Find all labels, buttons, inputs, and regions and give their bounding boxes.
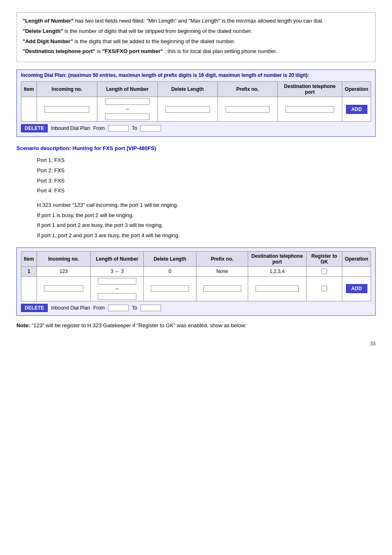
destination-input-2[interactable] [256, 285, 299, 292]
table-row: ～ ADD [21, 97, 371, 122]
from-label-2: From [93, 305, 105, 311]
dialplan1-table: Item Incoming no. Length of Number Delet… [21, 81, 371, 122]
incoming-add[interactable] [37, 276, 90, 301]
desc4: If port 1, port 2 and port 3 are busy, t… [37, 231, 376, 241]
dialplan1-header: Incoming Dial Plan: (maximun 50 entries,… [21, 72, 371, 78]
operation-add: ADD [342, 276, 371, 301]
col-item: Item [21, 82, 37, 97]
desc1: H.323 number "123" call incoming, the po… [37, 200, 376, 210]
col-destination: Destination telephone port [277, 82, 342, 97]
length-add: ～ [91, 276, 144, 301]
to-input-2[interactable] [141, 305, 161, 311]
dialplan1-box: Incoming Dial Plan: (maximun 50 entries,… [16, 69, 376, 137]
incoming-val-1: 123 [37, 266, 90, 276]
desc2: If port 1 is busy, the port 2 will be ri… [37, 210, 376, 221]
incoming-input-2[interactable] [44, 285, 83, 292]
to-label-2: To [132, 305, 137, 311]
tilde-length: ～ [99, 98, 155, 120]
col2-incoming: Incoming no. [37, 251, 90, 266]
dialplan1-footer: DELETE Inbound Dial Plan From To [21, 124, 371, 132]
port2: Port 2: FXS [37, 166, 376, 176]
port4: Port 4: FXS [37, 186, 376, 196]
prefix-add[interactable] [196, 276, 248, 301]
col-incoming: Incoming no. [37, 82, 97, 97]
from-input-2[interactable] [108, 305, 129, 311]
operation-cell: ADD [342, 97, 371, 122]
tilde-length-2: ～ [93, 278, 141, 300]
to-label: To [132, 125, 137, 131]
max-length-input[interactable] [105, 113, 150, 120]
info-p3: "Add Digit Number" is the digits that wi… [23, 37, 369, 46]
operation-val-1 [342, 266, 371, 276]
scenario-title: Scenario description: Hunting for FXS po… [16, 145, 376, 151]
destination-cell[interactable] [277, 97, 342, 122]
register-checkbox-1[interactable] [321, 268, 327, 274]
delete-input-2[interactable] [151, 285, 189, 292]
dialplan2-box: Item Incoming no. Length of Number Delet… [16, 247, 376, 316]
min-length-input-2[interactable] [98, 278, 137, 284]
scenario-section: Scenario description: Hunting for FXS po… [16, 145, 376, 241]
note-text: Note: "123" will be register to H.323 Ga… [16, 322, 376, 328]
dialplan2-footer: DELETE Inbound Dial Plan From To [21, 304, 371, 312]
prefix-input[interactable] [226, 106, 270, 113]
col2-delete: Delete Length [144, 251, 196, 266]
port3: Port 3: FXS [37, 176, 376, 186]
dialplan2-table: Item Incoming no. Length of Number Delet… [21, 251, 371, 301]
destination-add[interactable] [248, 276, 307, 301]
col-delete: Delete Length [157, 82, 217, 97]
prefix-val-1: None [196, 266, 248, 276]
register-add [306, 276, 342, 301]
info-p1: "Length of Number" has two text fields n… [23, 17, 369, 25]
port1: Port 1: FXS [37, 155, 376, 166]
max-length-input-2[interactable] [98, 293, 137, 300]
col-operation: Operation [342, 82, 371, 97]
destination-val-1: 1,2,3,4 [248, 266, 307, 276]
delete-val-1: 0 [144, 266, 196, 276]
add-button[interactable]: ADD [346, 105, 367, 114]
scenario-descriptions: H.323 number "123" call incoming, the po… [16, 200, 376, 241]
from-label: From [93, 125, 105, 131]
col2-item: Item [21, 251, 37, 266]
col2-prefix: Prefix no. [196, 251, 248, 266]
item-add [21, 276, 37, 301]
register-checkbox-2[interactable] [321, 286, 327, 291]
inbound-label-2: Inbound Dial Plan [51, 305, 90, 311]
col2-register: Register to GK [306, 251, 342, 266]
incoming-input[interactable] [44, 106, 89, 113]
note-bold: Note: [16, 322, 30, 328]
prefix-input-2[interactable] [203, 285, 241, 292]
delete-button-2[interactable]: DELETE [21, 304, 48, 312]
inbound-label: Inbound Dial Plan [51, 125, 90, 131]
col2-length: Length of Number [91, 251, 144, 266]
info-p4: "Destination telephone port" is "FXS/FXO… [23, 47, 369, 56]
destination-input[interactable] [286, 106, 334, 113]
incoming-cell[interactable] [37, 97, 97, 122]
scenario-ports: Port 1: FXS Port 2: FXS Port 3: FXS Port… [16, 155, 376, 196]
length-cell: ～ [97, 97, 158, 122]
from-input[interactable] [108, 125, 129, 132]
page-number: 33 [16, 341, 376, 347]
add-button-2[interactable]: ADD [346, 284, 367, 293]
delete-button[interactable]: DELETE [21, 124, 48, 132]
item-cell [21, 97, 37, 122]
to-input[interactable] [141, 125, 161, 132]
table-row-1: 1 123 3 ～ 3 0 None 1,2,3,4 [21, 266, 371, 276]
register-val-1 [306, 266, 342, 276]
info-box: "Length of Number" has two text fields n… [16, 12, 376, 62]
item-num-1: 1 [21, 266, 37, 276]
delete-input[interactable] [165, 106, 210, 113]
note-content: "123" will be register to H.323 Gatekeep… [30, 322, 246, 328]
table-row-add: ～ ADD [21, 276, 371, 301]
delete-cell[interactable] [157, 97, 217, 122]
col2-destination: Destination telephone port [248, 251, 307, 266]
info-p2: "Delete Length" is the number of digits … [23, 27, 369, 36]
prefix-cell[interactable] [218, 97, 278, 122]
col-length: Length of Number [97, 82, 158, 97]
desc3: If port 1 and port 2 are busy, the port … [37, 220, 376, 231]
col2-operation: Operation [342, 251, 371, 266]
col-prefix: Prefix no. [218, 82, 278, 97]
delete-add[interactable] [144, 276, 196, 301]
length-val-1: 3 ～ 3 [91, 266, 144, 276]
min-length-input[interactable] [105, 98, 150, 105]
